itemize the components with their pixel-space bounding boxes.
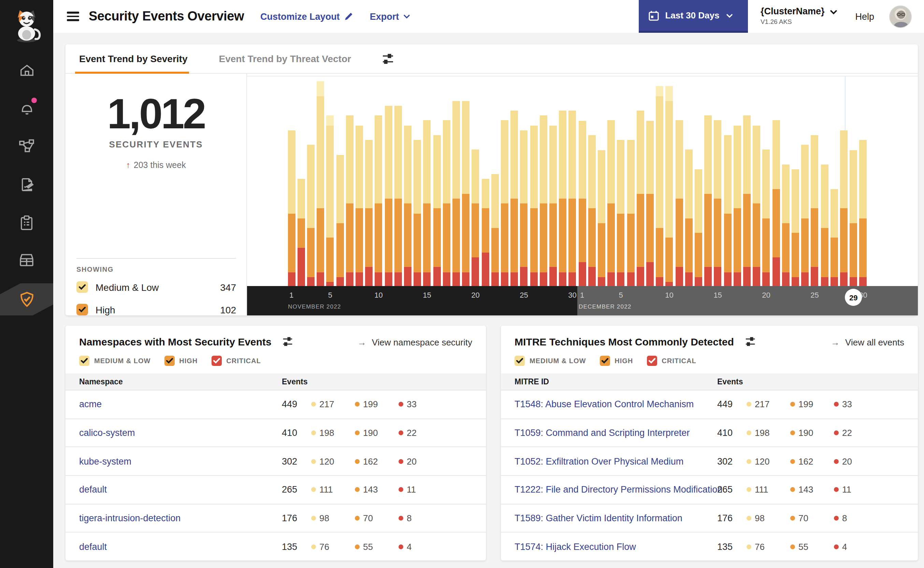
stacked-bar-dec-28[interactable]: [840, 130, 847, 287]
stacked-bar-dec-20[interactable]: [763, 150, 770, 287]
stacked-bar-nov-14[interactable]: [413, 140, 421, 287]
checkbox-high[interactable]: [77, 304, 88, 316]
sidebar-item-alerts[interactable]: [0, 93, 53, 123]
help-link[interactable]: Help: [855, 11, 874, 21]
stacked-bar-nov-13[interactable]: [404, 125, 412, 287]
checkbox-critical[interactable]: [211, 356, 222, 366]
stacked-bar-nov-7[interactable]: [346, 116, 353, 287]
pill-medium_low[interactable]: MEDIUM & LOW: [79, 356, 151, 366]
mitre-filter-sliders-icon[interactable]: [745, 337, 755, 347]
view-namespace-security-link[interactable]: →View namespace security: [357, 337, 472, 347]
stacked-bar-dec-3[interactable]: [598, 150, 605, 287]
pill-medium_low[interactable]: MEDIUM & LOW: [514, 356, 586, 366]
stacked-bar-dec-5[interactable]: [617, 140, 625, 287]
stacked-bar-nov-18[interactable]: [452, 101, 460, 287]
user-avatar[interactable]: [889, 5, 912, 28]
sidebar-item-service-graph[interactable]: [0, 131, 53, 161]
stacked-bar-nov-21[interactable]: [481, 179, 489, 287]
stacked-bar-dec-13[interactable]: [695, 169, 702, 287]
hamburger-menu-button[interactable]: [67, 9, 79, 23]
stacked-bar-nov-26[interactable]: [530, 125, 537, 287]
mitre-technique-link[interactable]: T1052: Exfiltration Over Physical Medium: [514, 456, 683, 466]
pill-high[interactable]: HIGH: [164, 356, 197, 366]
namespaces-filter-sliders-icon[interactable]: [282, 337, 293, 347]
stacked-bar-nov-1[interactable]: [288, 130, 295, 287]
sidebar-item-home[interactable]: [0, 55, 53, 85]
view-all-events-link[interactable]: →View all events: [831, 337, 904, 347]
stacked-bar-dec-1[interactable]: [578, 121, 586, 287]
mitre-technique-link[interactable]: T1222: File and Directory Permissions Mo…: [514, 485, 722, 495]
sidebar-item-compliance[interactable]: [0, 207, 53, 237]
stacked-bar-dec-4[interactable]: [607, 121, 615, 287]
mitre-technique-link[interactable]: T1059: Command and Scripting Interpreter: [514, 428, 690, 438]
stacked-bar-nov-20[interactable]: [472, 150, 479, 287]
stacked-bar-dec-11[interactable]: [675, 121, 683, 287]
severity-filter-high[interactable]: High102: [77, 298, 236, 321]
stacked-bar-dec-23[interactable]: [791, 169, 799, 287]
severity-filter-medium_low[interactable]: Medium & Low347: [77, 276, 236, 298]
stacked-bar-dec-29[interactable]: [850, 150, 857, 287]
namespace-link[interactable]: default: [79, 541, 107, 551]
pill-critical[interactable]: CRITICAL: [647, 356, 696, 366]
sidebar-item-policies[interactable]: [0, 169, 53, 199]
stacked-bar-nov-9[interactable]: [365, 140, 372, 287]
namespace-link[interactable]: acme: [79, 399, 102, 409]
stacked-bar-dec-7[interactable]: [636, 110, 644, 287]
stacked-bar-dec-8[interactable]: [646, 121, 654, 287]
stacked-bar-nov-17[interactable]: [443, 121, 450, 287]
namespace-link[interactable]: default: [79, 485, 107, 495]
stacked-bar-dec-12[interactable]: [685, 150, 692, 287]
stacked-bar-nov-30[interactable]: [569, 110, 576, 287]
stacked-bar-nov-19[interactable]: [462, 101, 469, 287]
tab-event-trend-by-severity[interactable]: Event Trend by Severity: [79, 44, 187, 73]
pill-high[interactable]: HIGH: [600, 356, 633, 366]
stacked-bar-dec-14[interactable]: [704, 116, 712, 287]
stacked-bar-dec-10[interactable]: [666, 86, 673, 287]
stacked-bar-dec-27[interactable]: [830, 189, 838, 287]
stacked-bar-dec-26[interactable]: [821, 165, 828, 287]
customize-layout-button[interactable]: Customize Layout: [260, 11, 354, 21]
stacked-bar-nov-23[interactable]: [501, 121, 508, 287]
stacked-bar-nov-6[interactable]: [336, 155, 344, 287]
stacked-bar-dec-30[interactable]: [859, 140, 867, 287]
sidebar-item-threat-defense[interactable]: [0, 284, 53, 314]
stacked-bar-dec-25[interactable]: [811, 135, 818, 287]
checkbox-medium_low[interactable]: [77, 281, 88, 293]
checkbox-high[interactable]: [600, 356, 610, 366]
trend-filter-sliders-icon[interactable]: [383, 53, 394, 65]
date-range-button[interactable]: Last 30 Days: [639, 0, 748, 33]
calico-cat-logo[interactable]: [0, 8, 53, 44]
stacked-bar-nov-22[interactable]: [491, 174, 499, 287]
mitre-technique-link[interactable]: T1548: Abuse Elevation Control Mechanism: [514, 399, 694, 409]
stacked-bar-dec-9[interactable]: [656, 86, 663, 287]
checkbox-critical[interactable]: [647, 356, 657, 366]
tab-event-trend-by-threat-vector[interactable]: Event Trend by Threat Vector: [219, 44, 351, 73]
stacked-bar-nov-27[interactable]: [540, 116, 547, 287]
stacked-bar-nov-10[interactable]: [375, 116, 383, 287]
stacked-bar-nov-28[interactable]: [549, 125, 557, 287]
stacked-bar-dec-18[interactable]: [743, 116, 751, 287]
stacked-bar-dec-24[interactable]: [801, 145, 809, 287]
selected-day-marker[interactable]: 29: [845, 289, 862, 306]
stacked-bar-nov-25[interactable]: [520, 130, 528, 287]
stacked-bar-dec-21[interactable]: [772, 121, 780, 287]
stacked-bar-nov-3[interactable]: [307, 145, 315, 287]
cluster-selector[interactable]: {ClusterName} V1.26 AKS: [761, 7, 838, 26]
export-button[interactable]: Export: [370, 11, 410, 21]
stacked-bar-dec-6[interactable]: [627, 140, 634, 287]
checkbox-medium_low[interactable]: [514, 356, 525, 366]
stacked-bar-nov-2[interactable]: [297, 179, 305, 287]
stacked-bar-dec-22[interactable]: [782, 165, 789, 287]
stacked-bar-dec-16[interactable]: [724, 135, 731, 287]
stacked-bar-nov-5[interactable]: [327, 116, 334, 287]
checkbox-medium_low[interactable]: [79, 356, 89, 366]
stacked-bar-nov-12[interactable]: [394, 106, 402, 287]
sidebar-item-manage[interactable]: [0, 245, 53, 275]
stacked-bar-nov-29[interactable]: [559, 110, 567, 287]
stacked-bar-nov-11[interactable]: [384, 106, 392, 287]
namespace-link[interactable]: kube-system: [79, 456, 131, 466]
stacked-bar-nov-8[interactable]: [356, 125, 363, 287]
stacked-bar-dec-19[interactable]: [753, 125, 760, 287]
namespace-link[interactable]: calico-system: [79, 428, 135, 438]
namespace-link[interactable]: tigera-intrusion-detection: [79, 513, 181, 523]
